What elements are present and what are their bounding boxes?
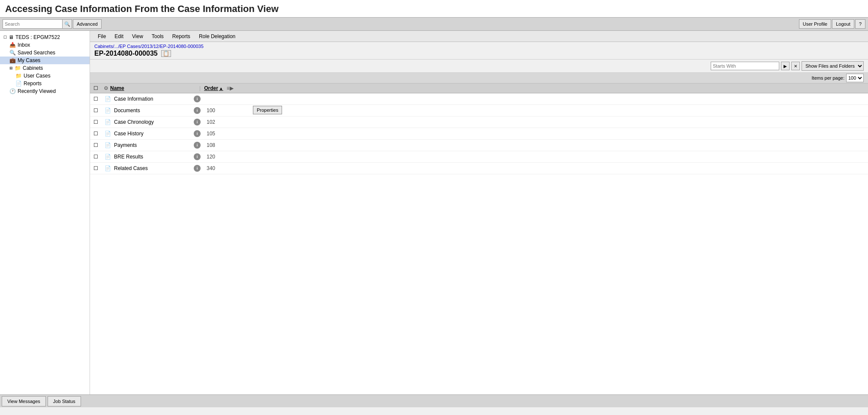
filter-clear-icon: ✕	[794, 64, 797, 69]
sidebar-item-cabinets[interactable]: ⊞ 📁 Cabinets	[0, 64, 90, 72]
job-status-button[interactable]: Job Status	[48, 396, 81, 406]
info-icon[interactable]: i	[194, 165, 201, 172]
sidebar-item-label: Recently Viewed	[18, 88, 56, 94]
sort-asc-icon: ▲	[219, 86, 223, 91]
info-icon[interactable]: i	[194, 142, 201, 149]
col-name-header[interactable]: Name	[110, 85, 196, 91]
grid-view-icon[interactable]: ≡▶	[227, 85, 234, 91]
advanced-button[interactable]: Advanced	[73, 19, 102, 29]
sidebar-item-my-cases[interactable]: 💼 My Cases	[0, 57, 90, 64]
sidebar-item-user-cases[interactable]: 📁 User Cases	[0, 72, 90, 80]
show-files-select[interactable]: Show Files and Folders	[802, 61, 864, 71]
file-icon: 📄	[105, 107, 111, 113]
sidebar-item-label: My Cases	[18, 57, 40, 63]
filter-clear-button[interactable]: ✕	[791, 62, 800, 70]
file-icon: 📄	[105, 165, 111, 171]
menu-view[interactable]: View	[128, 32, 147, 41]
file-name[interactable]: Case Chronology	[114, 119, 191, 125]
file-name[interactable]: BRE Results	[114, 154, 191, 160]
sidebar-item-label: User Cases	[24, 73, 51, 79]
col-order-header[interactable]: Order ▲	[204, 85, 223, 91]
col-separator: |	[199, 85, 201, 91]
case-title-row: EP-2014080-000035 📋	[94, 50, 864, 57]
menu-file[interactable]: File	[93, 32, 110, 41]
file-name[interactable]: Case Information	[114, 96, 191, 102]
file-name[interactable]: Documents	[114, 107, 191, 113]
sidebar-item-label: Reports	[24, 81, 42, 87]
file-icon: 📄	[105, 142, 111, 148]
sidebar-item-label: Cabinets	[23, 65, 43, 71]
row-checkbox[interactable]: ☐	[93, 154, 102, 160]
sidebar-item-reports[interactable]: 📄 Reports	[0, 80, 90, 87]
info-icon[interactable]: i	[194, 96, 201, 102]
row-checkbox[interactable]: ☐	[93, 131, 102, 137]
sidebar-item-inbox[interactable]: 📥 Inbox	[0, 41, 90, 49]
menu-tools[interactable]: Tools	[147, 32, 168, 41]
bottom-bar: View Messages Job Status	[0, 394, 868, 407]
cabinet-folder-icon: 📁	[15, 65, 21, 71]
file-icon: 📄	[105, 96, 111, 102]
sidebar-root-label: TEDS : EPGM7522	[15, 34, 60, 40]
info-icon[interactable]: i	[194, 153, 201, 160]
file-name[interactable]: Payments	[114, 142, 191, 148]
logout-button[interactable]: Logout	[832, 19, 854, 29]
table-row: ☐ 📄 Documents i 100 Properties	[90, 105, 868, 116]
sidebar-item-saved-searches[interactable]: 🔍 Saved Searches	[0, 49, 90, 57]
case-properties-button[interactable]: 📋	[161, 50, 171, 57]
file-order: 105	[207, 131, 215, 137]
my-cases-icon: 💼	[9, 57, 16, 63]
case-id: EP-2014080-000035	[94, 50, 158, 57]
file-name[interactable]: Case History	[114, 131, 191, 137]
select-all-checkbox[interactable]: ☐	[93, 85, 102, 91]
menu-role-delegation[interactable]: Role Delegation	[195, 32, 240, 41]
row-checkbox[interactable]: ☐	[93, 165, 102, 171]
inbox-icon: 📥	[9, 42, 16, 48]
file-name[interactable]: Related Cases	[114, 165, 191, 171]
view-messages-button[interactable]: View Messages	[2, 396, 46, 406]
search-button[interactable]: 🔍	[63, 19, 72, 29]
file-order: 100	[207, 107, 215, 113]
row-checkbox[interactable]: ☐	[93, 96, 102, 102]
user-cases-folder-icon: 📁	[15, 73, 22, 79]
main-layout: ☐ 🖥 TEDS : EPGM7522 📥 Inbox 🔍 Saved Sear…	[0, 31, 868, 394]
table-row: ☐ 📄 Case Chronology i 102	[90, 116, 868, 128]
menu-reports[interactable]: Reports	[168, 32, 195, 41]
search-input[interactable]	[3, 19, 63, 29]
starts-with-input[interactable]	[711, 62, 779, 70]
table-row: ☐ 📄 Case History i 105	[90, 128, 868, 140]
top-toolbar: 🔍 Advanced User Profile Logout ?	[0, 17, 868, 31]
checkbox-icon: ☐	[3, 35, 7, 39]
info-icon[interactable]: i	[194, 130, 201, 137]
file-icon: 📄	[105, 154, 111, 160]
file-order: 102	[207, 119, 215, 125]
content-area: File Edit View Tools Reports Role Delega…	[90, 31, 868, 394]
info-icon[interactable]: i	[194, 107, 201, 114]
breadcrumb[interactable]: Cabinets/.../EP Cases/2013/12/EP-2014080…	[94, 44, 864, 49]
table-row: ☐ 📄 Payments i 108	[90, 140, 868, 151]
file-order: 340	[207, 165, 215, 171]
help-button[interactable]: ?	[855, 19, 865, 29]
file-order: 108	[207, 142, 215, 148]
row-checkbox[interactable]: ☐	[93, 142, 102, 148]
table-row: ☐ 📄 BRE Results i 120	[90, 151, 868, 163]
settings-icon[interactable]: ⚙	[104, 85, 108, 91]
case-header: Cabinets/.../EP Cases/2013/12/EP-2014080…	[90, 42, 868, 60]
sidebar-item-label: Saved Searches	[18, 50, 55, 56]
sidebar: ☐ 🖥 TEDS : EPGM7522 📥 Inbox 🔍 Saved Sear…	[0, 31, 90, 394]
table-row: ☐ 📄 Case Information i	[90, 93, 868, 105]
table-header: ☐ ⚙ Name | Order ▲ ≡▶	[90, 84, 868, 93]
file-icon: 📄	[105, 119, 111, 125]
recently-viewed-icon: 🕐	[9, 88, 16, 94]
sidebar-item-label: Inbox	[18, 42, 30, 48]
user-profile-button[interactable]: User Profile	[799, 19, 831, 29]
sidebar-item-recently-viewed[interactable]: 🕐 Recently Viewed	[0, 87, 90, 95]
menu-edit[interactable]: Edit	[110, 32, 128, 41]
row-checkbox[interactable]: ☐	[93, 119, 102, 125]
row-checkbox[interactable]: ☐	[93, 107, 102, 113]
filter-go-icon: ▶	[784, 64, 787, 69]
sidebar-root[interactable]: ☐ 🖥 TEDS : EPGM7522	[0, 33, 90, 41]
page-title: Accessing Case Information From the Case…	[5, 3, 863, 15]
items-per-page-select[interactable]: 25 50 100 200	[846, 74, 864, 82]
info-icon[interactable]: i	[194, 119, 201, 125]
filter-go-button[interactable]: ▶	[781, 62, 790, 70]
